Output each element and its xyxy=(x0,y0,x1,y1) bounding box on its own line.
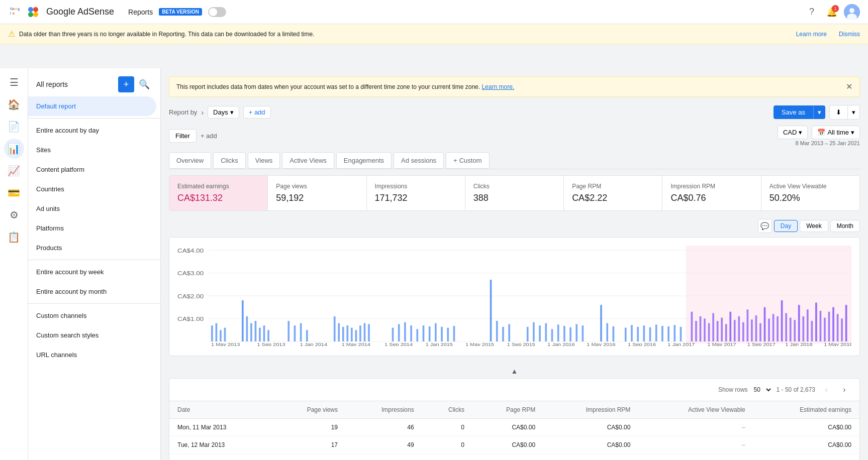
metric-card-page-rpm[interactable]: Page RPM CA$2.22 xyxy=(564,176,662,210)
metric-card-impression-rpm[interactable]: Impression RPM CA$0.76 xyxy=(662,176,761,210)
cell-impressions: 39 xyxy=(346,454,422,461)
beta-toggle[interactable] xyxy=(208,7,226,17)
svg-rect-85 xyxy=(680,327,682,341)
svg-text:1 Sep 2017: 1 Sep 2017 xyxy=(747,342,776,346)
save-as-button[interactable]: Save as xyxy=(774,105,813,119)
prev-page-button[interactable]: ‹ xyxy=(819,383,833,397)
tab-active-views[interactable]: Active Views xyxy=(282,152,334,169)
svg-rect-79 xyxy=(643,325,645,341)
svg-rect-46 xyxy=(364,323,366,341)
tab-engagements[interactable]: Engagements xyxy=(336,152,392,169)
tab-clicks[interactable]: Clicks xyxy=(213,152,246,169)
download-dropdown-button[interactable]: ▾ xyxy=(848,105,860,120)
svg-rect-87 xyxy=(695,321,697,341)
warning-banner: ⚠ Data older than three years is no long… xyxy=(0,24,868,44)
svg-rect-113 xyxy=(807,309,809,341)
metric-card-impressions[interactable]: Impressions 171,732 xyxy=(367,176,465,210)
sidebar-item-url-channels[interactable]: URL channels xyxy=(28,345,156,365)
tabs-row: Overview Clicks Views Active Views Engag… xyxy=(169,152,860,169)
sidebar-item-entire-account-week[interactable]: Entire account by week xyxy=(28,262,156,282)
svg-text:1 May 2016: 1 May 2016 xyxy=(587,342,615,346)
chart-comment-button[interactable]: 💬 xyxy=(758,219,772,233)
svg-rect-54 xyxy=(429,326,431,341)
add-dimension-button[interactable]: + add xyxy=(243,106,271,119)
cell-date: Mon, 11 Mar 2013 xyxy=(169,419,272,436)
metric-card-pageviews[interactable]: Page views 59,192 xyxy=(268,176,366,210)
sidebar-item-entire-account-day[interactable]: Entire account by day xyxy=(28,121,156,140)
cell-earnings: CA$0.00 xyxy=(753,454,859,461)
tab-ad-sessions[interactable]: Ad sessions xyxy=(394,152,444,169)
sidebar-add-button[interactable]: + xyxy=(118,76,134,92)
sidebar-item-ad-units[interactable]: Ad units xyxy=(28,199,156,218)
svg-rect-67 xyxy=(551,329,553,341)
download-button[interactable]: ⬇ xyxy=(829,105,848,120)
user-avatar[interactable] xyxy=(844,4,860,20)
breadcrumb-arrow-icon: › xyxy=(201,108,204,117)
sidebar-item-content-platform[interactable]: Content platform xyxy=(28,160,156,179)
notification-badge: 1 xyxy=(832,5,839,12)
rail-reports-icon[interactable]: 📄 xyxy=(4,117,24,137)
next-page-button[interactable]: › xyxy=(837,383,851,397)
metric-card-earnings[interactable]: Estimated earnings CA$131.32 xyxy=(169,176,268,210)
filter-button[interactable]: Filter xyxy=(169,129,197,143)
period-day-button[interactable]: Day xyxy=(774,220,798,232)
dismiss-button[interactable]: Dismiss xyxy=(839,31,860,38)
svg-rect-38 xyxy=(306,330,308,341)
close-banner-button[interactable]: ✕ xyxy=(846,82,852,91)
sidebar-item-default-report[interactable]: Default report xyxy=(28,96,156,116)
svg-text:g: g xyxy=(18,7,20,11)
rail-menu-icon[interactable]: ☰ xyxy=(4,72,24,92)
svg-rect-114 xyxy=(811,321,813,341)
svg-rect-73 xyxy=(600,305,602,341)
sidebar-item-platforms[interactable]: Platforms xyxy=(28,218,156,238)
rail-settings-icon[interactable]: ⚙ xyxy=(4,205,24,225)
metric-label-earnings: Estimated earnings xyxy=(177,183,259,190)
sidebar-item-entire-account-month[interactable]: Entire account by month xyxy=(28,282,156,301)
report-info-link[interactable]: Learn more. xyxy=(481,83,514,90)
collapse-handle[interactable]: ▲ xyxy=(169,364,860,378)
rail-content-icon[interactable]: 📋 xyxy=(4,227,24,247)
rail-home-icon[interactable]: 🏠 xyxy=(4,94,24,114)
save-as-dropdown-button[interactable]: ▾ xyxy=(813,105,825,119)
svg-rect-82 xyxy=(661,326,663,341)
filter-row: Filter + add CAD ▾ 📅 All time ▾ xyxy=(169,126,860,146)
sidebar-item-countries[interactable]: Countries xyxy=(28,179,156,199)
svg-rect-35 xyxy=(287,321,290,341)
table-header-row: Date Page views Impressions Clicks Page … xyxy=(169,401,859,419)
sidebar-search-button[interactable]: 🔍 xyxy=(136,76,152,92)
sidebar-item-sites[interactable]: Sites xyxy=(28,140,156,160)
filter-add-label[interactable]: + add xyxy=(201,132,217,140)
learn-more-link[interactable]: Learn more xyxy=(796,31,827,38)
tab-views[interactable]: Views xyxy=(248,152,280,169)
help-button[interactable]: ? xyxy=(804,4,820,20)
svg-rect-44 xyxy=(355,330,357,341)
svg-rect-116 xyxy=(820,311,822,341)
cell-page-rpm: CA$0.00 xyxy=(472,454,543,461)
rail-performance-icon[interactable]: 📈 xyxy=(4,161,24,181)
sidebar-item-products[interactable]: Products xyxy=(28,238,156,258)
sidebar-item-custom-search[interactable]: Custom search styles xyxy=(28,325,156,345)
date-range-button[interactable]: 📅 All time ▾ xyxy=(812,126,860,139)
svg-rect-25 xyxy=(216,323,218,341)
metric-card-active-view[interactable]: Active View Viewable 50.20% xyxy=(761,176,859,210)
tab-custom[interactable]: + Custom xyxy=(446,152,489,169)
period-week-button[interactable]: Week xyxy=(800,220,828,232)
data-table: Show rows 50 25 100 1 - 50 of 2,673 ‹ › … xyxy=(169,378,860,460)
tab-overview[interactable]: Overview xyxy=(169,152,211,169)
currency-button[interactable]: CAD ▾ xyxy=(778,126,808,139)
period-month-button[interactable]: Month xyxy=(830,220,860,232)
svg-rect-93 xyxy=(721,318,723,341)
sidebar-item-custom-channels[interactable]: Custom channels xyxy=(28,306,156,325)
cell-earnings: CA$0.00 xyxy=(753,436,859,454)
topbar-logo[interactable]: G o o g l e xyxy=(8,5,40,19)
metric-card-clicks[interactable]: Clicks 388 xyxy=(465,176,564,210)
rail-payments-icon[interactable]: 💳 xyxy=(4,183,24,203)
svg-rect-41 xyxy=(342,327,344,341)
notifications-button[interactable]: 🔔 1 xyxy=(824,4,840,20)
svg-rect-83 xyxy=(667,326,669,341)
rail-dashboard-icon[interactable]: 📊 xyxy=(4,139,24,159)
svg-rect-61 xyxy=(502,327,504,341)
save-as-group: Save as ▾ xyxy=(774,105,825,119)
days-dropdown-button[interactable]: Days ▾ xyxy=(208,106,239,119)
show-rows-select[interactable]: 50 25 100 xyxy=(752,386,773,394)
